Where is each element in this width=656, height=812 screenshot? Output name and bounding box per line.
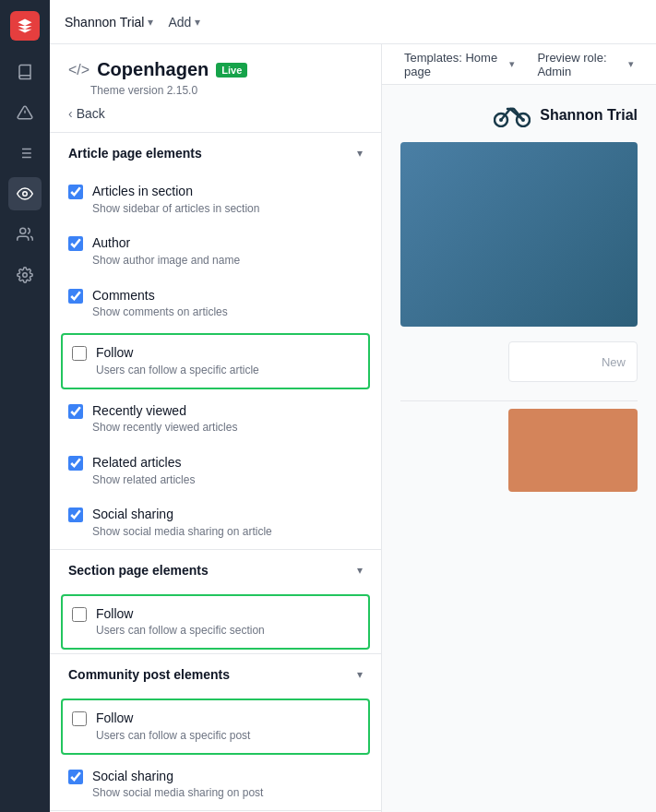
preview-role-chevron: ▾ (628, 58, 634, 70)
preview-orange-block (508, 409, 638, 492)
follow-section-text: Follow Users can follow a specific secti… (96, 605, 359, 639)
live-badge: Live (216, 63, 247, 78)
main-area: </> Copenhagen Live Theme version 2.15.0… (50, 44, 656, 812)
social-sharing-post-label: Social sharing (92, 768, 363, 786)
preview-toolbar: Templates: Home page ▾ Preview role: Adm… (382, 44, 656, 85)
section-page-header[interactable]: Section page elements ▾ (50, 550, 381, 591)
follow-post-desc: Users can follow a specific post (96, 728, 359, 744)
social-sharing-article-label: Social sharing (92, 506, 363, 524)
nav-icon-users[interactable] (8, 218, 42, 251)
theme-header: </> Copenhagen Live Theme version 2.15.0… (50, 44, 381, 133)
follow-article-text: Follow Users can follow a specific artic… (96, 344, 359, 377)
comments-checkbox-wrapper[interactable] (68, 289, 83, 304)
social-sharing-post-item: Social sharing Show social media sharing… (50, 758, 381, 810)
back-chevron: ‹ (68, 106, 73, 121)
articles-in-section-checkbox[interactable] (68, 185, 83, 199)
nav-icon-book[interactable] (8, 55, 42, 89)
recently-viewed-checkbox[interactable] (68, 404, 83, 419)
follow-section-desc: Users can follow a specific section (96, 623, 359, 639)
code-icon: </> (68, 62, 89, 78)
recently-viewed-item: Recently viewed Show recently viewed art… (50, 393, 381, 445)
articles-in-section-checkbox-wrapper[interactable] (68, 185, 83, 199)
comments-label: Comments (92, 287, 363, 305)
preview-content: Shannon Trial New (382, 85, 656, 812)
nav-logo[interactable] (10, 11, 40, 41)
comments-text: Comments Show comments on articles (92, 287, 363, 320)
nav-icon-eye[interactable] (8, 177, 42, 210)
templates-button[interactable]: Templates: Home page ▾ (397, 47, 522, 82)
preview-role-label: Preview role: Admin (537, 51, 625, 78)
community-post-header[interactable]: Community post elements ▾ (50, 654, 381, 695)
social-sharing-post-checkbox[interactable] (68, 770, 83, 784)
follow-post-checkbox[interactable] (72, 711, 87, 726)
nav-icon-list[interactable] (8, 137, 42, 170)
preview-brand-name: Shannon Trial (540, 107, 638, 124)
social-sharing-article-checkbox-wrapper[interactable] (68, 508, 83, 522)
site-name-button[interactable]: Shannon Trial ▾ (65, 15, 153, 30)
preview-search-text: New (602, 355, 626, 369)
left-panel: </> Copenhagen Live Theme version 2.15.0… (50, 44, 382, 812)
author-text: Author Show author image and name (92, 234, 363, 268)
articles-in-section-label: Articles in section (92, 183, 363, 201)
nav-icon-alert[interactable] (8, 96, 42, 129)
follow-post-label: Follow (96, 710, 359, 728)
recently-viewed-desc: Show recently viewed articles (92, 420, 363, 436)
author-checkbox-wrapper[interactable] (68, 236, 83, 251)
author-label: Author (92, 234, 363, 253)
left-nav (0, 0, 50, 812)
follow-section-checkbox-wrapper[interactable] (72, 607, 87, 622)
follow-section-checkbox[interactable] (72, 607, 87, 622)
comments-desc: Show comments on articles (92, 304, 363, 320)
preview-divider (400, 400, 638, 401)
comments-checkbox[interactable] (68, 289, 83, 304)
social-sharing-article-desc: Show social media sharing on article (92, 524, 363, 540)
templates-chevron: ▾ (509, 58, 515, 70)
article-section-header[interactable]: Article page elements ▾ (50, 133, 381, 173)
follow-post-item: Follow Users can follow a specific post (61, 699, 370, 754)
related-articles-checkbox-wrapper[interactable] (68, 456, 83, 471)
social-sharing-article-text: Social sharing Show social media sharing… (92, 506, 363, 539)
top-bar: Shannon Trial ▾ Add ▾ (50, 0, 656, 44)
follow-article-checkbox-wrapper[interactable] (72, 346, 87, 361)
related-articles-item: Related articles Show related articles (50, 445, 381, 496)
follow-post-text: Follow Users can follow a specific post (96, 710, 359, 743)
svg-point-8 (23, 192, 28, 197)
follow-article-item: Follow Users can follow a specific artic… (61, 333, 370, 388)
social-sharing-article-item: Social sharing Show social media sharing… (50, 496, 381, 548)
section-page-group: Section page elements ▾ Follow Users can… (50, 550, 381, 654)
related-articles-label: Related articles (92, 454, 363, 472)
theme-name: Copenhagen (97, 59, 209, 80)
preview-role-button[interactable]: Preview role: Admin ▾ (530, 47, 641, 82)
bike-icon (494, 103, 531, 127)
follow-post-checkbox-wrapper[interactable] (72, 711, 87, 726)
recently-viewed-checkbox-wrapper[interactable] (68, 404, 83, 419)
related-articles-text: Related articles Show related articles (92, 454, 363, 487)
right-preview-panel: Templates: Home page ▾ Preview role: Adm… (382, 44, 656, 812)
follow-section-label: Follow (96, 605, 359, 624)
svg-point-9 (20, 228, 26, 233)
related-articles-checkbox[interactable] (68, 456, 83, 471)
articles-in-section-item: Articles in section Show sidebar of arti… (50, 173, 381, 225)
social-sharing-post-text: Social sharing Show social media sharing… (92, 768, 363, 801)
comments-item: Comments Show comments on articles (50, 278, 381, 329)
community-post-group: Community post elements ▾ Follow Users c… (50, 654, 381, 811)
articles-in-section-text: Articles in section Show sidebar of arti… (92, 183, 363, 216)
add-button[interactable]: Add ▾ (168, 15, 200, 30)
recently-viewed-label: Recently viewed (92, 402, 363, 421)
nav-icon-settings[interactable] (8, 258, 42, 292)
recently-viewed-text: Recently viewed Show recently viewed art… (92, 402, 363, 436)
social-sharing-post-checkbox-wrapper[interactable] (68, 770, 83, 784)
author-checkbox[interactable] (68, 236, 83, 251)
preview-brand-row: Shannon Trial (400, 103, 638, 127)
back-link[interactable]: ‹ Back (68, 106, 363, 121)
add-label: Add (168, 15, 191, 30)
preview-hero-image (400, 142, 638, 327)
follow-section-item: Follow Users can follow a specific secti… (61, 594, 370, 650)
article-section-group: Article page elements ▾ Articles in sect… (50, 133, 381, 550)
site-name-label: Shannon Trial (65, 15, 144, 30)
author-desc: Show author image and name (92, 253, 363, 269)
social-sharing-article-checkbox[interactable] (68, 508, 83, 522)
follow-article-desc: Users can follow a specific article (96, 363, 359, 378)
site-name-chevron: ▾ (148, 16, 153, 29)
follow-article-checkbox[interactable] (72, 346, 87, 361)
